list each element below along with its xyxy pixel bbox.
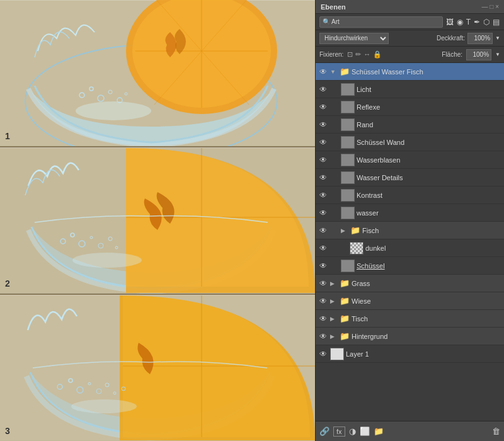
layer-item[interactable]: 👁Reflexe [316,98,504,116]
layer-visibility-icon[interactable]: 👁 [318,156,328,164]
trash-icon[interactable]: 🗑 [492,427,500,436]
layer-name: Schüssel Wasser Fisch [352,68,501,76]
layer-visibility-icon[interactable]: 👁 [318,209,328,217]
layer-item[interactable]: 👁Wasserblasen [316,151,504,169]
layer-item[interactable]: 👁Licht [316,81,504,98]
layer-expand-icon[interactable]: ▶ [330,316,338,322]
search-icon: 🔍 [323,18,330,25]
pen-icon[interactable]: ✒ [473,17,481,27]
layer-expand-icon[interactable]: ▶ [341,227,348,234]
folder-icon: 📁 [340,67,350,76]
svg-point-25 [72,253,142,268]
lock-all-icon[interactable]: 🔒 [373,50,382,59]
effect-icon[interactable]: ⬡ [483,17,490,27]
bottom-icons-left: 🔗 fx ◑ ⬜ 📁 [319,427,384,437]
fill-input[interactable] [466,49,491,60]
search-box[interactable]: 🔍 [319,16,443,28]
lock-label: Fixieren: [319,51,343,58]
layer-name: Licht [357,86,501,93]
opacity-dropdown-arrow[interactable]: ▼ [495,35,500,41]
lock-artboard-icon[interactable]: ↔ [364,50,370,59]
layer-visibility-icon[interactable]: 👁 [318,226,328,235]
mask-icon[interactable]: ⬜ [360,427,370,436]
link-icon[interactable]: 🔗 [319,427,329,436]
folder-icon: 📁 [340,296,350,306]
layer-thumbnail [341,83,355,96]
layer-item[interactable]: 👁Layer 1 [316,345,504,363]
layer-item[interactable]: 👁Kontrast [316,186,504,204]
text-icon[interactable]: T [466,17,471,27]
folder-icon: 📁 [340,331,350,341]
layer-thumbnail [341,260,355,272]
layer-expand-icon[interactable]: ▶ [330,333,338,340]
layer-thumbnail [341,154,355,166]
layers-list[interactable]: 👁▼📁Schüssel Wasser Fisch👁Licht👁Reflexe👁R… [316,63,504,421]
layer-item[interactable]: 👁▶📁Wiese [316,292,504,310]
layer-visibility-icon[interactable]: 👁 [318,279,328,288]
layer-visibility-icon[interactable]: 👁 [318,191,328,200]
layer-visibility-icon[interactable]: 👁 [318,332,328,341]
bottom-icons-right: 🗑 [492,427,500,436]
layer-visibility-icon[interactable]: 👁 [318,103,328,112]
lock-position-icon[interactable]: ✏ [355,50,361,59]
fill-label: Fläche: [442,51,462,58]
artwork-section-2: 2 [0,147,315,295]
folder-icon: 📁 [340,314,350,323]
layer-visibility-icon[interactable]: 👁 [318,67,328,76]
layer-thumbnail [350,242,364,255]
layer-item[interactable]: 👁Schüssel Wand [316,134,504,151]
layer-item[interactable]: 👁▼📁Schüssel Wasser Fisch [316,63,504,81]
layer-name: Fisch [362,227,501,234]
layer-thumbnail [341,136,355,149]
panel-header: Ebenen — □ × [316,0,504,14]
layer-item[interactable]: 👁dunkel [316,239,504,257]
layer-item[interactable]: 👁▶📁Grass [316,275,504,292]
layer-thumbnail [341,189,355,202]
layer-name: Wasserblasen [357,156,501,164]
panel-close-button[interactable]: — □ × [482,3,499,10]
fill-dropdown-arrow[interactable]: ▼ [495,52,500,57]
layer-item[interactable]: 👁Schüssel [316,257,504,275]
layer-thumbnail [341,101,355,113]
layer-visibility-icon[interactable]: 👁 [318,85,328,94]
circle-icon[interactable]: ◉ [456,17,464,27]
search-input[interactable] [331,18,440,25]
layer-name: Kontrast [357,192,501,199]
layer-item[interactable]: 👁Rand [316,116,504,134]
opacity-input[interactable] [467,33,493,44]
layer-visibility-icon[interactable]: 👁 [318,261,328,270]
filter-toolbar: 🔍 🖼 ◉ T ✒ ⬡ ▤ [316,14,504,30]
layer-thumbnail [341,171,355,184]
layer-name: Schüssel Wand [357,139,501,146]
lock-pixels-icon[interactable]: ⊡ [347,50,353,59]
layer-expand-icon[interactable]: ▼ [330,69,338,75]
layer-visibility-icon[interactable]: 👁 [318,138,328,147]
blend-mode-select[interactable]: Hindurchwirken [319,33,389,44]
layer-visibility-icon[interactable]: 👁 [318,350,328,358]
layer-item[interactable]: 👁Wasser Details [316,169,504,186]
bottom-toolbar: 🔗 fx ◑ ⬜ 📁 🗑 [316,421,504,441]
layer-expand-icon[interactable]: ▶ [330,298,338,304]
layer-name: Wiese [352,297,501,305]
section-2-number: 2 [5,278,10,289]
layer-expand-icon[interactable]: ▶ [330,280,338,287]
panel-title: Ebenen [321,3,346,11]
layer-visibility-icon[interactable]: 👁 [318,173,328,182]
layer-item[interactable]: 👁wasser [316,204,504,222]
fx-button[interactable]: fx [333,427,345,437]
layer-item[interactable]: 👁▶📁Hintergrund [316,328,504,345]
layer-name: Hintergrund [352,333,501,340]
layer-visibility-icon[interactable]: 👁 [318,297,328,306]
svg-point-14 [76,101,151,120]
layer-visibility-icon[interactable]: 👁 [318,244,328,253]
layer-name: Rand [357,121,501,129]
layer-name: Grass [352,280,501,287]
layer-item[interactable]: 👁▶📁Tisch [316,310,504,328]
layer-visibility-icon[interactable]: 👁 [318,314,328,323]
group-icon[interactable]: 📁 [374,427,384,436]
image-icon[interactable]: 🖼 [445,17,454,27]
layer-visibility-icon[interactable]: 👁 [318,120,328,129]
adjustment-icon[interactable]: ◑ [349,427,356,436]
more-icon[interactable]: ▤ [492,17,500,27]
layer-item[interactable]: 👁▶📁Fisch [316,222,504,239]
